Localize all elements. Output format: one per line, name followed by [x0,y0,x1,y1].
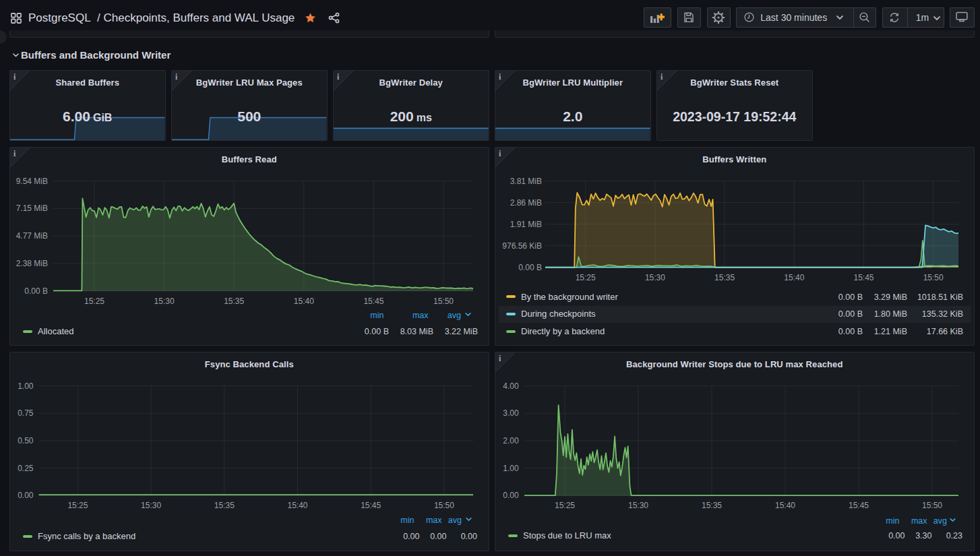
svg-text:15:40: 15:40 [294,296,314,305]
svg-text:1.00: 1.00 [503,464,519,473]
svg-text:15:25: 15:25 [84,296,104,305]
svg-text:976.56 KiB: 976.56 KiB [502,241,542,250]
svg-text:15:25: 15:25 [576,272,596,282]
svg-text:15:35: 15:35 [702,501,722,510]
svg-text:4.77 MiB: 4.77 MiB [16,231,48,241]
svg-text:9.54 MiB: 9.54 MiB [16,176,48,185]
svg-text:0.75: 0.75 [18,408,34,418]
svg-text:15:25: 15:25 [555,501,575,510]
svg-text:2.00: 2.00 [503,436,519,445]
svg-text:0.00 B: 0.00 B [24,286,48,295]
svg-text:15:45: 15:45 [853,272,874,282]
svg-text:15:35: 15:35 [214,501,235,510]
svg-text:15:50: 15:50 [922,501,942,510]
svg-text:0.25: 0.25 [18,464,34,473]
svg-text:15:35: 15:35 [714,272,735,282]
svg-text:0.00 B: 0.00 B [518,262,542,272]
svg-text:0.50: 0.50 [18,436,34,445]
svg-text:15:45: 15:45 [361,501,381,510]
svg-text:15:40: 15:40 [287,501,307,510]
svg-text:2.38 MiB: 2.38 MiB [16,258,48,268]
svg-text:15:35: 15:35 [224,296,244,305]
svg-text:15:45: 15:45 [363,296,384,305]
svg-text:15:30: 15:30 [141,501,161,510]
svg-text:15:30: 15:30 [628,501,648,510]
svg-text:15:25: 15:25 [67,501,88,510]
svg-text:1.00: 1.00 [18,381,34,391]
svg-text:0.00: 0.00 [18,491,34,500]
svg-text:15:40: 15:40 [775,501,795,510]
svg-text:3.81 MiB: 3.81 MiB [510,176,542,185]
svg-text:1.91 MiB: 1.91 MiB [510,219,542,228]
svg-text:7.15 MiB: 7.15 MiB [16,204,48,213]
svg-text:0.00: 0.00 [503,491,519,500]
svg-text:4.00: 4.00 [503,381,519,391]
svg-text:15:50: 15:50 [434,501,454,510]
svg-text:15:30: 15:30 [645,272,665,282]
svg-text:15:30: 15:30 [154,296,175,305]
svg-text:15:40: 15:40 [784,272,804,282]
svg-text:15:50: 15:50 [923,272,944,282]
svg-text:2.86 MiB: 2.86 MiB [510,197,542,207]
svg-text:3.00: 3.00 [503,408,519,418]
svg-text:15:45: 15:45 [849,501,869,510]
svg-text:15:50: 15:50 [433,296,454,305]
